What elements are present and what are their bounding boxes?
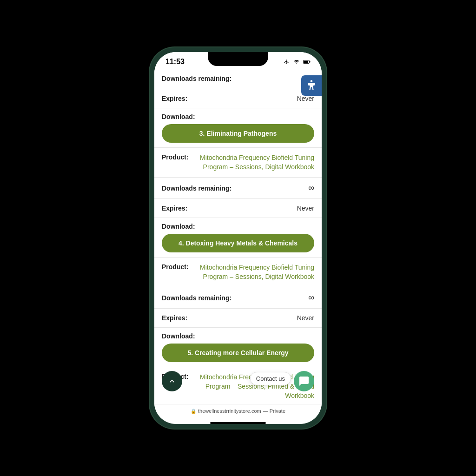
bottom-bar: 🔒 thewellnesstrrinitystore.com — Private [154, 404, 322, 419]
expires-value-1: Never [297, 95, 314, 102]
status-time: 11:53 [165, 58, 185, 66]
url-bar: 🔒 thewellnesstrrinitystore.com — Private [191, 408, 285, 414]
downloads-remaining-row-2: Downloads remaining: ∞ [154, 178, 322, 199]
scroll-up-button[interactable] [162, 371, 182, 391]
battery-icon [303, 59, 311, 65]
download-row-2: Download: 4. Detoxing Heavy Metals & Che… [154, 218, 322, 258]
download-label-3: Download: [162, 332, 314, 340]
product-row-2: Product: Mitochondria Frequency Biofield… [154, 258, 322, 287]
scroll-content[interactable]: Downloads remaining: ∞ Expires: Never Do… [154, 68, 322, 404]
expires-row-1: Expires: Never [154, 89, 322, 108]
chevron-up-icon [167, 377, 177, 386]
contact-us-label: Contact us [250, 372, 291, 385]
download-btn-3[interactable]: 5. Creating more Cellular Energy [162, 344, 314, 362]
expires-value-3: Never [297, 314, 314, 322]
svg-rect-2 [310, 61, 310, 63]
phone-screen: 11:53 [154, 52, 322, 424]
home-indicator [210, 422, 266, 424]
downloads-remaining-value-2: ∞ [308, 183, 314, 193]
download-btn-1[interactable]: 3. Eliminating Pathogens [162, 124, 314, 143]
downloads-remaining-label-2: Downloads remaining: [162, 185, 231, 192]
expires-label-2: Expires: [162, 205, 187, 212]
product-row-1: Product: Mitochondria Frequency Biofield… [154, 148, 322, 178]
download-label-2: Download: [162, 223, 314, 230]
status-icons [283, 59, 311, 65]
chat-icon [298, 376, 310, 387]
expires-label-1: Expires: [162, 95, 187, 102]
content-area: Downloads remaining: ∞ Expires: Never Do… [154, 68, 322, 424]
phone-frame: 11:53 [150, 47, 326, 429]
downloads-remaining-label-3: Downloads remaining: [162, 294, 231, 302]
downloads-remaining-value-3: ∞ [308, 293, 314, 303]
expires-value-2: Never [297, 205, 314, 212]
expires-row-2: Expires: Never [154, 199, 322, 218]
notch [208, 52, 268, 66]
product-value-2[interactable]: Mitochondria Frequency Biofield Tuning P… [192, 263, 314, 281]
accessibility-icon [305, 79, 318, 92]
expires-label-3: Expires: [162, 314, 187, 322]
product-label-1: Product: [162, 153, 189, 172]
downloads-remaining-row-3: Downloads remaining: ∞ [154, 287, 322, 309]
svg-rect-1 [304, 61, 308, 63]
wifi-icon [293, 59, 300, 65]
download-row-1: Download: 3. Eliminating Pathogens [154, 108, 322, 148]
contact-us-button[interactable] [294, 371, 314, 391]
download-row-3: Download: 5. Creating more Cellular Ener… [154, 328, 322, 367]
expires-row-3: Expires: Never [154, 309, 322, 328]
download-btn-2[interactable]: 4. Detoxing Heavy Metals & Chemicals [162, 234, 314, 252]
product-value-1[interactable]: Mitochondria Frequency Biofield Tuning P… [192, 153, 314, 172]
lock-icon: 🔒 [191, 409, 196, 414]
airplane-icon [283, 59, 290, 65]
accessibility-button[interactable] [301, 75, 322, 96]
download-label-1: Download: [162, 113, 314, 120]
downloads-remaining-label-1: Downloads remaining: [162, 75, 231, 82]
url-text: thewellnesstrrinitystore.com [198, 408, 261, 414]
downloads-remaining-row-1: Downloads remaining: ∞ [154, 68, 322, 89]
product-label-2: Product: [162, 263, 189, 281]
svg-point-3 [311, 80, 313, 82]
url-suffix: — Private [263, 408, 285, 414]
